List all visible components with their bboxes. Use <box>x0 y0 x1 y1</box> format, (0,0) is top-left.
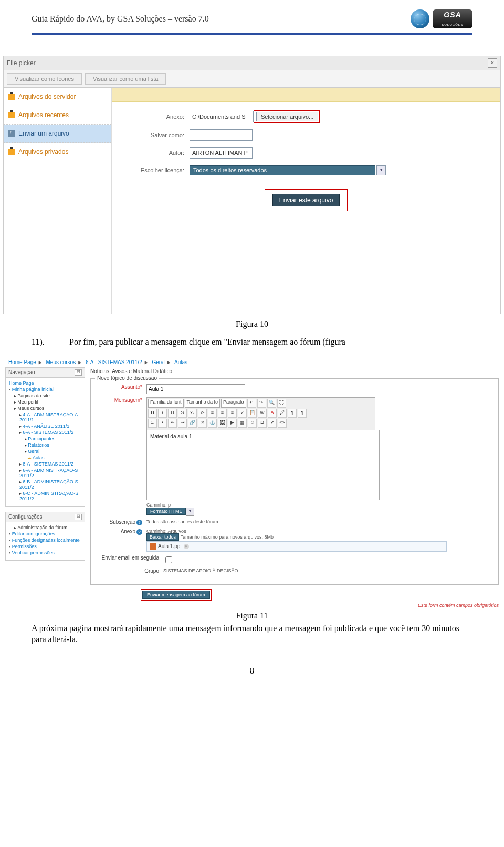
ul-icon[interactable]: • <box>158 419 167 428</box>
bold-icon[interactable]: B <box>148 409 157 418</box>
attach-hint: Tamanho máximo para novos arquivos: 8Mb <box>181 534 274 540</box>
cfg-verify[interactable]: Verificar permissões <box>9 550 81 556</box>
page-number: 8 <box>0 666 504 686</box>
find-icon[interactable]: 🔍 <box>267 399 276 408</box>
post-to-forum-button[interactable]: Enviar mensagem ao fórum <box>142 591 210 599</box>
subscript-icon[interactable]: x₂ <box>188 409 197 418</box>
crumb[interactable]: Geral <box>152 359 164 365</box>
strike-icon[interactable]: S <box>178 409 187 418</box>
close-icon[interactable]: × <box>488 58 497 68</box>
format-select[interactable]: Parágrafo <box>221 399 246 408</box>
emoticon-icon[interactable]: ☺ <box>248 419 257 428</box>
license-select[interactable]: Todos os direitos reservados <box>190 165 375 175</box>
nav-course[interactable]: 6-C - ADMINISTRAÇÃO-S 2011/2 <box>9 490 81 502</box>
nav-general[interactable]: Geral <box>9 448 81 455</box>
attach-path: Caminho: Arquivos <box>146 529 493 534</box>
redo-icon[interactable]: ↷ <box>257 399 266 408</box>
nav-course[interactable]: 4-A - ADMINISTRAÇÃO-A 2011/1 <box>9 411 81 423</box>
cfg-edit[interactable]: Editar configurações <box>9 531 81 537</box>
chevron-down-icon[interactable]: ▾ <box>376 165 386 175</box>
upload-submit-button[interactable]: Enviar este arquivo <box>272 194 340 206</box>
ol-icon[interactable]: 1. <box>148 419 157 428</box>
underline-icon[interactable]: U <box>168 409 177 418</box>
rtl-icon[interactable]: ¶ <box>298 409 307 418</box>
media-icon[interactable]: ▶ <box>228 419 237 428</box>
delete-icon[interactable]: × <box>184 544 189 549</box>
superscript-icon[interactable]: x² <box>198 409 207 418</box>
anexo-input[interactable] <box>190 111 254 122</box>
align-right-icon[interactable]: ≡ <box>228 409 237 418</box>
cfg-perms[interactable]: Permissões <box>9 543 81 550</box>
navigation-block: Navegação ⊟ Home Page Minha página inici… <box>5 367 85 507</box>
sidebar-item-private[interactable]: Arquivos privados <box>4 143 111 161</box>
spell-icon[interactable]: ✔ <box>268 419 277 428</box>
html-icon[interactable]: <> <box>278 419 287 428</box>
crumb[interactable]: Meus cursos <box>46 359 76 365</box>
select-file-button[interactable]: Selecionar arquivo... <box>256 112 318 121</box>
outdent-icon[interactable]: ⇤ <box>168 419 177 428</box>
sidebar-item-upload[interactable]: Enviar um arquivo <box>4 125 111 143</box>
align-left-icon[interactable]: ≡ <box>208 409 217 418</box>
nav-course[interactable]: 8-A - SISTEMAS 2011/2 <box>9 461 81 467</box>
download-all-button[interactable]: Baixar todos <box>146 533 179 541</box>
image-icon[interactable]: 🖼 <box>218 419 227 428</box>
help-icon[interactable]: ? <box>136 520 142 525</box>
nav-myprofile[interactable]: Meu perfil <box>9 399 81 405</box>
required-fields-note: Este form contém campos obrigatórios <box>90 603 499 608</box>
cfg-roles[interactable]: Funções designadas localmente <box>9 537 81 543</box>
saveas-input[interactable] <box>190 129 253 141</box>
unlink-icon[interactable]: ✕ <box>198 419 207 428</box>
italic-icon[interactable]: I <box>158 409 167 418</box>
message-editor[interactable]: Material da aula 1 <box>146 430 380 500</box>
nav-home[interactable]: Home Page <box>9 380 81 386</box>
crumb[interactable]: 6-A - SISTEMAS 2011/2 <box>86 359 142 365</box>
table-icon[interactable]: ▦ <box>238 419 247 428</box>
nav-myhome[interactable]: Minha página inicial <box>9 386 81 392</box>
breadcrumb: Home Page► Meus cursos► 6-A - SISTEMAS 2… <box>5 357 499 367</box>
paste-word-icon[interactable]: W <box>258 409 267 418</box>
nav-participants[interactable]: Participantes <box>9 436 81 442</box>
nav-course[interactable]: 6-B - ADMINISTRAÇÃO-S 2011/2 <box>9 479 81 490</box>
undo-icon[interactable]: ↶ <box>247 399 256 408</box>
ltr-icon[interactable]: ¶ <box>288 409 297 418</box>
tab-view-icons[interactable]: Visualizar como ícones <box>7 73 82 85</box>
author-input[interactable] <box>190 147 253 159</box>
sidebar-item-server[interactable]: Arquivos do servidor <box>4 88 111 106</box>
char-icon[interactable]: Ω <box>258 419 267 428</box>
collapse-icon[interactable]: ⊟ <box>75 514 82 520</box>
help-icon[interactable]: ? <box>136 529 142 535</box>
tab-view-list[interactable]: Visualizar como uma lista <box>85 73 166 85</box>
link-icon[interactable]: 🔗 <box>188 419 197 428</box>
cfg-admin[interactable]: Administração do fórum <box>9 524 81 531</box>
nav-course[interactable]: 6-A - ADMINISTRAÇÃO-S 2011/2 <box>9 467 81 479</box>
sidebar-item-recent[interactable]: Arquivos recentes <box>4 106 111 125</box>
nav-course[interactable]: 4-A - ANÁLISE 2011/1 <box>9 423 81 429</box>
upload-form: Anexo: Selecionar arquivo... Salvar como… <box>112 88 500 314</box>
textcolor-icon[interactable]: A <box>268 409 277 418</box>
crumb[interactable]: Home Page <box>8 359 36 365</box>
collapse-icon[interactable]: ⊟ <box>75 369 82 376</box>
nav-course[interactable]: 6-A - SISTEMAS 2011/2 <box>9 429 81 436</box>
nav-sitepages[interactable]: Páginas do site <box>9 392 81 399</box>
forum-main: Notícias, Avisos e Material Didático Nov… <box>90 367 499 608</box>
font-family-select[interactable]: Família da font <box>148 399 184 408</box>
gsa-logo <box>411 9 472 28</box>
attachment-name[interactable]: Aula 1.ppt <box>158 543 182 549</box>
fullscreen-icon[interactable]: ⛶ <box>277 399 286 408</box>
nav-reports[interactable]: Relatórios <box>9 442 81 448</box>
crumb[interactable]: Aulas <box>174 359 187 365</box>
subject-input[interactable] <box>146 384 245 394</box>
paste-icon[interactable]: 📋 <box>248 409 257 418</box>
chevron-down-icon[interactable]: ▾ <box>186 508 194 516</box>
email-checkbox[interactable] <box>165 556 172 563</box>
clean-icon[interactable]: ✓ <box>238 409 247 418</box>
format-html-button[interactable]: Formato HTML <box>146 508 186 515</box>
view-tabs: Visualizar como ícones Visualizar como u… <box>3 70 501 88</box>
nav-mycourses[interactable]: Meus cursos <box>9 405 81 411</box>
bgcolor-icon[interactable]: 🖍 <box>278 409 287 418</box>
font-size-select[interactable]: Tamanho da fo <box>185 399 220 408</box>
anchor-icon[interactable]: ⚓ <box>208 419 217 428</box>
align-center-icon[interactable]: ≡ <box>218 409 227 418</box>
indent-icon[interactable]: ⇥ <box>178 419 187 428</box>
nav-aulas[interactable]: Aulas <box>9 455 81 461</box>
